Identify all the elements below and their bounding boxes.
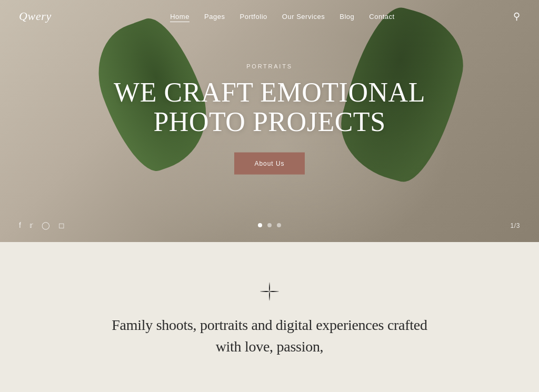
slide-dot-1[interactable] — [258, 223, 262, 227]
bottom-section: Family shoots, portraits and digital exp… — [0, 242, 539, 392]
star-icon — [260, 282, 279, 303]
nav-item-pages[interactable]: Pages — [204, 12, 225, 21]
hero-content: PORTRAITS WE CRAFT EMOTIONAL PHOTO PROJE… — [112, 63, 427, 175]
about-us-button[interactable]: About Us — [234, 153, 304, 175]
slide-dot-2[interactable] — [267, 223, 272, 227]
nav-item-blog[interactable]: Blog — [340, 12, 354, 21]
nav-item-home[interactable]: Home — [170, 12, 189, 21]
nav-item-services[interactable]: Our Services — [282, 12, 325, 21]
hero-title-line2: PHOTO PROJECTS — [153, 107, 385, 137]
navbar: Qwery Home Pages Portfolio Our Services … — [0, 0, 539, 33]
slide-dots — [258, 223, 281, 227]
brand-logo[interactable]: Qwery — [19, 9, 52, 23]
nav-links: Home Pages Portfolio Our Services Blog C… — [170, 12, 395, 21]
dribbble-icon[interactable]: ◯ — [42, 221, 50, 229]
social-bar: f 𝕣 ◯ ◻ — [19, 221, 65, 229]
twitter-icon[interactable]: 𝕣 — [29, 221, 33, 229]
hero-eyebrow: PORTRAITS — [112, 63, 427, 69]
nav-item-contact[interactable]: Contact — [369, 12, 394, 21]
bottom-description: Family shoots, portraits and digital exp… — [105, 315, 434, 357]
nav-item-portfolio[interactable]: Portfolio — [239, 12, 267, 21]
facebook-icon[interactable]: f — [19, 221, 21, 229]
slide-counter: 1/3 — [511, 222, 520, 229]
hero-title-line1: WE CRAFT EMOTIONAL — [114, 77, 425, 107]
slide-dot-3[interactable] — [277, 223, 281, 227]
search-icon[interactable]: ⚲ — [513, 11, 520, 22]
four-point-star-svg — [260, 282, 279, 301]
hero-section: Qwery Home Pages Portfolio Our Services … — [0, 0, 539, 242]
hero-title: WE CRAFT EMOTIONAL PHOTO PROJECTS — [112, 78, 427, 137]
instagram-icon[interactable]: ◻ — [58, 221, 65, 229]
